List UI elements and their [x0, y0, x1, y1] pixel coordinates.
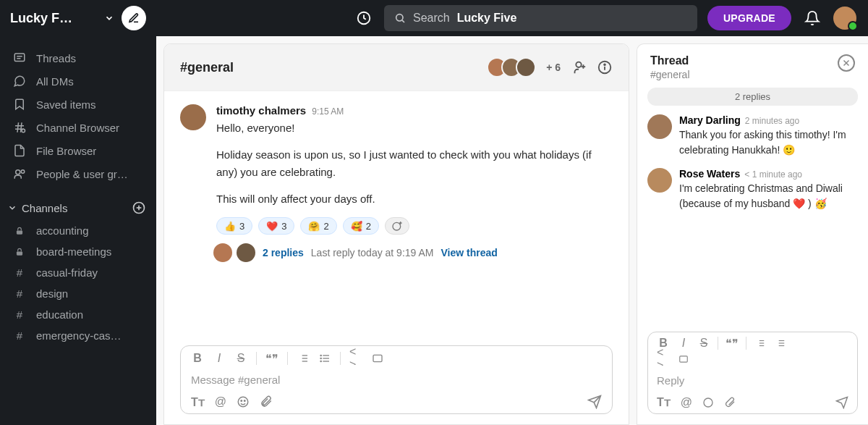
reaction[interactable]: 🥰2 [343, 217, 379, 235]
channels-section-header[interactable]: Channels [0, 195, 156, 220]
message-time: 2 minutes ago [745, 116, 799, 126]
bullet-list-icon[interactable] [774, 337, 787, 350]
add-reaction-button[interactable] [385, 217, 409, 235]
code-icon[interactable]: < > [657, 353, 670, 366]
channel-item[interactable]: #education [0, 304, 156, 325]
channel-item[interactable]: #design [0, 283, 156, 304]
dms-icon [13, 75, 26, 88]
sidebar: Lucky F… Threads All DMs Saved items [0, 0, 156, 425]
svg-point-23 [604, 64, 605, 65]
mention-icon[interactable]: @ [681, 396, 692, 409]
nav-label: Threads [36, 52, 76, 64]
format-toggle-icon[interactable]: Tᴛ [191, 395, 205, 409]
extra-member-count[interactable]: + 6 [546, 62, 561, 73]
svg-point-51 [704, 398, 712, 407]
ordered-list-icon[interactable] [297, 352, 310, 365]
thread-composer: B I S ❝❞ < > Tᴛ [647, 332, 858, 414]
workspace-switcher[interactable]: Lucky F… [0, 0, 156, 36]
message-author[interactable]: Rose Waters [679, 168, 740, 180]
nav-file-browser[interactable]: File Browser [0, 139, 156, 162]
strike-icon[interactable]: S [234, 352, 247, 365]
message-author[interactable]: timothy chalmers [216, 104, 306, 117]
nav-label: Saved items [36, 98, 96, 111]
strike-icon[interactable]: S [697, 337, 710, 350]
reaction[interactable]: ❤️3 [258, 217, 294, 235]
thread-reply-count[interactable]: 2 replies [263, 247, 304, 258]
upgrade-button[interactable]: UPGRADE [707, 6, 791, 30]
svg-rect-14 [17, 251, 22, 255]
thread-title: Thread [650, 54, 690, 67]
channel-label: design [36, 287, 68, 300]
channel-item[interactable]: accounting [0, 220, 156, 241]
thread-message: Mary Darling2 minutes ago Thank you for … [647, 114, 858, 158]
channel-label: board-meetings [36, 245, 111, 258]
channel-item[interactable]: #casual-friday [0, 262, 156, 283]
attach-icon[interactable] [724, 397, 736, 408]
send-button[interactable] [835, 396, 848, 409]
member-avatars[interactable] [493, 57, 536, 77]
close-thread-button[interactable] [838, 54, 855, 72]
threads-icon [13, 51, 26, 64]
quote-icon[interactable]: ❝❞ [265, 352, 278, 365]
svg-rect-0 [14, 54, 25, 62]
hash-icon: # [13, 287, 26, 300]
thread-subtitle: #general [650, 69, 690, 80]
avatar[interactable] [647, 168, 672, 193]
emoji-icon[interactable] [237, 395, 250, 408]
code-icon[interactable]: < > [349, 352, 362, 365]
history-button[interactable] [354, 8, 374, 28]
thread-message-list: Mary Darling2 minutes ago Thank you for … [637, 106, 868, 332]
mention-icon[interactable]: @ [215, 395, 226, 408]
channel-item[interactable]: #emergency-cas… [0, 325, 156, 346]
avatar[interactable] [180, 104, 206, 130]
message-author[interactable]: Mary Darling [679, 114, 741, 126]
ordered-list-icon[interactable] [754, 337, 767, 350]
thread-reply-input[interactable] [657, 366, 848, 395]
svg-point-8 [16, 170, 20, 174]
search-input[interactable]: Search Lucky Five [384, 5, 697, 31]
message-input[interactable] [191, 365, 602, 395]
add-member-button[interactable] [571, 59, 587, 75]
svg-line-17 [402, 20, 404, 22]
view-thread-link[interactable]: View thread [441, 247, 497, 258]
channel-label: education [36, 308, 83, 321]
emoji-icon[interactable] [702, 397, 714, 408]
reaction[interactable]: 👍3 [216, 217, 252, 235]
send-button[interactable] [587, 395, 602, 409]
add-channel-button[interactable] [132, 201, 146, 215]
nav-saved[interactable]: Saved items [0, 93, 156, 116]
reactions: 👍3 ❤️3 🤗2 🥰2 [216, 217, 613, 235]
nav-label: Channel Browser [36, 122, 119, 134]
workspace-name: Lucky F… [10, 11, 97, 26]
message-text: Hello, everyone! Holiday season is upon … [216, 119, 613, 207]
code-block-icon[interactable] [677, 353, 690, 366]
avatar[interactable] [647, 114, 672, 139]
chevron-down-icon [104, 13, 114, 23]
channel-browser-icon [13, 121, 26, 134]
thread-summary[interactable]: 2 replies Last reply today at 9:19 AM Vi… [216, 243, 613, 262]
user-avatar[interactable] [833, 7, 856, 30]
code-block-icon[interactable] [371, 352, 384, 365]
avatar [213, 243, 232, 262]
bullet-list-icon[interactable] [318, 352, 331, 365]
channel-title[interactable]: #general [180, 60, 234, 75]
notifications-button[interactable] [804, 10, 820, 26]
italic-icon[interactable]: I [677, 337, 690, 350]
italic-icon[interactable]: I [213, 352, 226, 365]
bold-icon[interactable]: B [191, 352, 204, 365]
reaction[interactable]: 🤗2 [300, 217, 336, 235]
channel-item[interactable]: board-meetings [0, 241, 156, 262]
attach-icon[interactable] [260, 395, 273, 408]
compose-button[interactable] [122, 6, 146, 30]
quote-icon[interactable]: ❝❞ [726, 337, 739, 350]
search-icon [394, 12, 406, 24]
format-toggle-icon[interactable]: Tᴛ [657, 395, 671, 409]
message-text: I'm celebrating Christmas and Diwali (be… [679, 181, 858, 211]
file-browser-icon [13, 144, 26, 157]
channel-info-button[interactable] [597, 59, 613, 75]
nav-people[interactable]: People & user gr… [0, 162, 156, 185]
nav-threads[interactable]: Threads [0, 46, 156, 70]
nav-channel-browser[interactable]: Channel Browser [0, 116, 156, 139]
sidebar-nav: Threads All DMs Saved items Channel Brow… [0, 43, 156, 188]
nav-all-dms[interactable]: All DMs [0, 70, 156, 93]
